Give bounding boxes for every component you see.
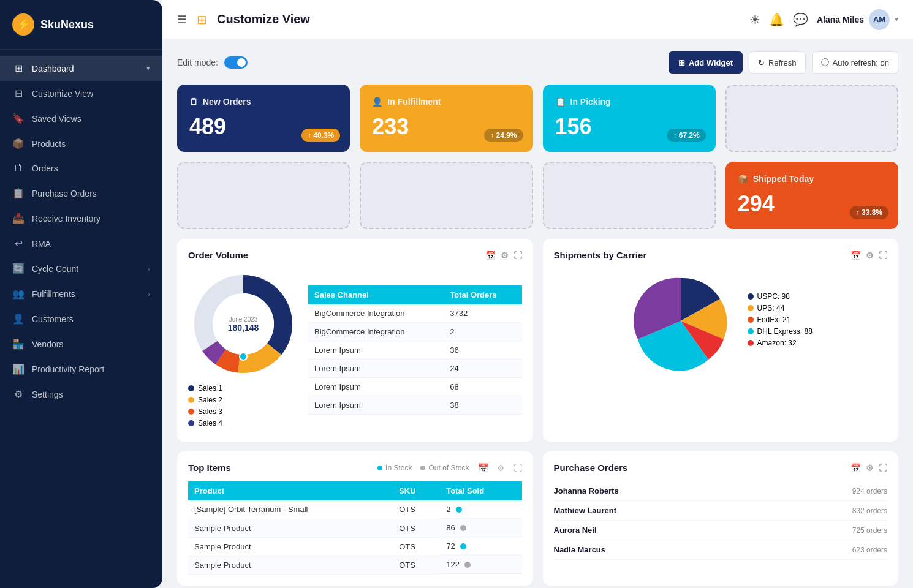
chevron-down-icon: ▾ <box>146 64 150 72</box>
order-volume-card: Order Volume 📅 ⚙ ⛶ <box>177 239 533 442</box>
list-item: Mathiew Laurent832 orders <box>554 501 888 521</box>
shipments-title: Shipments by Carrier <box>554 250 647 260</box>
receive-inventory-icon: 📥 <box>12 213 25 224</box>
gear-icon-3[interactable]: ⚙ <box>497 463 505 473</box>
expand-icon-4[interactable]: ⛶ <box>879 463 887 473</box>
table-row: [Sample] Orbit Terrarium - SmallOTS2 <box>188 500 522 519</box>
sidebar-item-customize-view[interactable]: ⊟ Customize View <box>0 81 162 106</box>
expand-icon[interactable]: ⛶ <box>513 251 522 260</box>
empty-placeholder-3 <box>360 162 532 229</box>
col-product: Product <box>188 481 393 500</box>
top-actions: ⊞ Add Widget ↻ Refresh ⓘ Auto refresh: o… <box>669 51 898 74</box>
auto-refresh-button[interactable]: ⓘ Auto refresh: on <box>812 51 899 74</box>
edit-mode-toggle[interactable] <box>224 56 248 69</box>
header-actions: ☀ 🔔 💬 Alana Miles AM ▾ <box>749 9 898 30</box>
sidebar-item-receive-inventory[interactable]: 📥 Receive Inventory <box>0 206 162 231</box>
page-content: Edit mode: ⊞ Add Widget ↻ Refresh ⓘ Auto… <box>162 39 913 588</box>
info-icon: ⓘ <box>821 57 829 68</box>
products-icon: 📦 <box>12 138 25 149</box>
fulfillment-icon: 👤 <box>372 97 382 107</box>
sidebar-item-vendors[interactable]: 🏪 Vendors <box>0 331 162 356</box>
sidebar-item-orders[interactable]: 🗒 Orders <box>0 156 162 181</box>
legend-dot-4 <box>188 420 194 426</box>
shipments-by-carrier-card: Shipments by Carrier 📅 ⚙ ⛶ <box>543 239 899 442</box>
out-stock-dot <box>420 466 425 470</box>
empty-placeholder-4 <box>543 162 716 229</box>
picking-icon: 📋 <box>555 97 566 107</box>
top-items-header: Top Items In Stock Out of Stock <box>188 462 522 473</box>
hamburger-icon[interactable]: ☰ <box>177 13 187 26</box>
sidebar-item-dashboard[interactable]: ⊞ Dashboard ▾ <box>0 56 162 81</box>
col-total-sold: Total Sold <box>440 481 521 500</box>
sidebar-item-saved-views[interactable]: 🔖 Saved Views <box>0 106 162 131</box>
rma-icon: ↩ <box>12 238 25 249</box>
pie-legend: USPC: 98 UPS: 44 FedEx: 21 DHL Expr <box>748 292 813 350</box>
user-menu[interactable]: Alana Miles AM ▾ <box>817 9 898 30</box>
table-row: BigCommerce Integration3732 <box>308 304 522 323</box>
sidebar-item-label: Customize View <box>32 89 93 99</box>
sidebar-item-cycle-count[interactable]: 🔄 Cycle Count › <box>0 256 162 281</box>
sidebar-item-label: Cycle Count <box>32 264 78 274</box>
sidebar-nav: ⊞ Dashboard ▾ ⊟ Customize View 🔖 Saved V… <box>0 50 162 588</box>
sidebar-item-customers[interactable]: 👤 Customers <box>0 306 162 331</box>
plus-icon: ⊞ <box>678 58 685 67</box>
in-stock-dot <box>377 466 382 470</box>
donut-pin <box>239 352 248 361</box>
avatar: AM <box>869 9 890 30</box>
sidebar-item-label: Dashboard <box>32 64 74 74</box>
calendar-icon-4[interactable]: 📅 <box>850 463 861 473</box>
gear-icon-4[interactable]: ⚙ <box>866 463 874 473</box>
bell-icon[interactable]: 🔔 <box>769 12 784 27</box>
main-content: ☰ ⊞ Customize View ☀ 🔔 💬 Alana Miles AM … <box>162 0 913 588</box>
sidebar-item-purchase-orders[interactable]: 📋 Purchase Orders <box>0 181 162 206</box>
purchase-orders-list: Johanna Roberts924 ordersMathiew Laurent… <box>554 481 888 560</box>
calendar-icon-3[interactable]: 📅 <box>478 463 488 473</box>
bottom-row: Top Items In Stock Out of Stock <box>177 451 898 586</box>
table-row: Lorem Ipsum24 <box>308 359 522 377</box>
sidebar-item-label: Purchase Orders <box>32 189 97 198</box>
list-item: Aurora Neil725 orders <box>554 521 888 540</box>
new-orders-card: 🗒 New Orders 489 ↑ 40.3% <box>177 85 350 152</box>
sidebar-item-rma[interactable]: ↩ RMA <box>0 231 162 256</box>
gear-icon[interactable]: ⚙ <box>501 251 509 260</box>
add-widget-button[interactable]: ⊞ Add Widget <box>669 51 743 74</box>
calendar-icon[interactable]: 📅 <box>485 251 496 260</box>
sun-icon[interactable]: ☀ <box>749 12 760 27</box>
sidebar-item-settings[interactable]: ⚙ Settings <box>0 382 162 407</box>
top-bar: Edit mode: ⊞ Add Widget ↻ Refresh ⓘ Auto… <box>177 51 898 74</box>
sidebar-item-label: Orders <box>32 164 58 173</box>
donut-label: June 2023 180,148 <box>228 316 259 333</box>
edit-mode-control: Edit mode: <box>177 56 248 69</box>
expand-icon-3[interactable]: ⛶ <box>513 463 522 473</box>
sidebar-item-label: Receive Inventory <box>32 214 100 224</box>
vendors-icon: 🏪 <box>12 338 25 350</box>
chat-icon[interactable]: 💬 <box>793 12 808 27</box>
sidebar-item-products[interactable]: 📦 Products <box>0 131 162 156</box>
refresh-button[interactable]: ↻ Refresh <box>749 51 806 74</box>
shipped-today-badge: ↑ 33.8% <box>850 206 888 219</box>
calendar-icon-2[interactable]: 📅 <box>850 251 861 260</box>
table-row: Sample ProductOTS122 <box>188 556 522 574</box>
productivity-report-icon: 📊 <box>12 363 25 375</box>
sidebar-item-label: Customers <box>32 314 74 324</box>
expand-icon-2[interactable]: ⛶ <box>879 251 887 260</box>
table-row: Lorem Ipsum36 <box>308 341 522 359</box>
order-volume-title: Order Volume <box>188 250 248 260</box>
chevron-right-icon2: › <box>148 290 150 298</box>
sidebar-item-fulfillments[interactable]: 👥 Fulfillments › <box>0 281 162 306</box>
sidebar-item-label: Fulfillments <box>32 289 75 299</box>
orders-icon: 🗒 <box>12 163 25 174</box>
pie-legend-dot-2 <box>748 305 754 311</box>
col-sku: SKU <box>393 481 440 500</box>
in-fulfillment-badge: ↑ 24.9% <box>484 129 523 142</box>
saved-views-icon: 🔖 <box>12 113 25 124</box>
gear-icon-2[interactable]: ⚙ <box>866 251 874 260</box>
sidebar-item-label: Settings <box>32 390 63 399</box>
top-items-title: Top Items <box>188 462 231 473</box>
sidebar-logo[interactable]: ⚡ SkuNexus <box>0 0 162 50</box>
sidebar-item-productivity-report[interactable]: 📊 Productivity Report <box>0 356 162 382</box>
list-item: Nadia Marcus623 orders <box>554 540 888 560</box>
empty-placeholder <box>725 85 898 152</box>
table-row: Lorem Ipsum38 <box>308 396 522 414</box>
table-row: BigCommerce Integration2 <box>308 322 522 341</box>
